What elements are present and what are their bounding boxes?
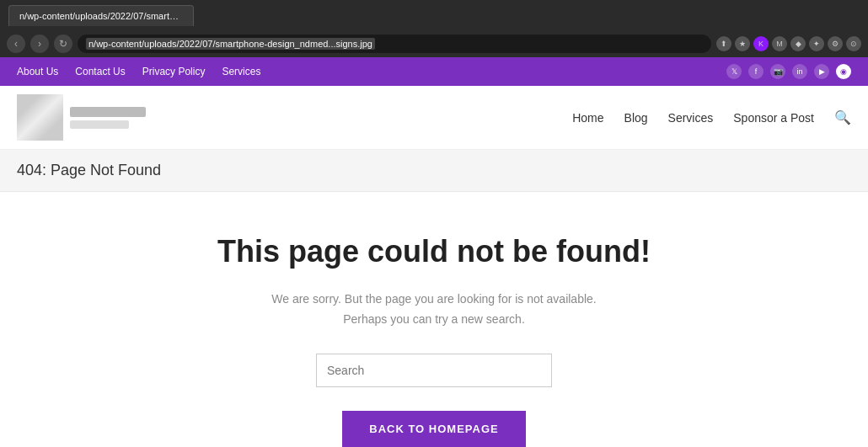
search-icon-button[interactable]: 🔍 [834,109,851,125]
nav-services[interactable]: Services [668,111,714,125]
rss-icon[interactable]: ◉ [836,64,851,79]
main-content: This page could not be found! We are sor… [0,192,868,447]
gmail-icon[interactable]: M [772,36,787,51]
top-social-icons: 𝕏 f 📷 in ▶ ◉ [726,64,851,79]
refresh-button[interactable]: ↻ [54,35,72,53]
top-nav-services[interactable]: Services [222,66,260,77]
browser-tab[interactable]: n/wp-content/uploads/2022/07/smartphone-… [8,5,194,26]
logo-image [17,94,63,141]
linkedin-icon[interactable]: in [792,64,807,79]
breadcrumb-bar: 404: Page Not Found [0,150,868,192]
ext-icon-1[interactable]: ◆ [790,36,806,51]
logo-text-line1 [70,107,146,117]
instagram-icon[interactable]: 📷 [770,64,785,79]
search-box-wrapper [17,354,851,387]
ext-icon-2[interactable]: ✦ [809,36,824,51]
error-subtext: We are sorry. But the page you are looki… [17,290,851,330]
twitter-icon[interactable]: 𝕏 [726,64,742,79]
tab-title: n/wp-content/uploads/2022/07/smartphone-… [19,11,194,21]
profile-icon-k[interactable]: K [753,36,769,51]
top-nav-bar: About Us Contact Us Privacy Policy Servi… [0,57,868,86]
top-nav-contact-us[interactable]: Contact Us [75,66,125,77]
logo-text-line2 [70,120,129,129]
bookmark-icon[interactable]: ★ [735,36,750,51]
settings-icon[interactable]: ⚙ [828,36,843,51]
back-to-homepage-button[interactable]: BACK TO HOMEPAGE [342,411,525,447]
top-nav-about-us[interactable]: About Us [17,66,58,77]
top-nav-links: About Us Contact Us Privacy Policy Servi… [17,66,260,77]
main-header: Home Blog Services Sponsor a Post 🔍 [0,86,868,150]
address-bar[interactable]: n/wp-content/uploads/2022/07/smartphone-… [78,35,711,53]
browser-chrome: n/wp-content/uploads/2022/07/smartphone-… [0,0,868,30]
logo-area [17,94,146,141]
share-icon[interactable]: ⬆ [716,36,731,51]
error-subtext-line1: We are sorry. But the page you are looki… [17,290,851,310]
breadcrumb-title: 404: Page Not Found [17,162,851,179]
nav-home[interactable]: Home [572,111,603,125]
browser-icons: ⬆ ★ K M ◆ ✦ ⚙ ⊙ [716,36,861,51]
youtube-icon[interactable]: ▶ [814,64,829,79]
nav-blog[interactable]: Blog [624,111,648,125]
address-bar-row: ‹ › ↻ n/wp-content/uploads/2022/07/smart… [0,30,868,57]
main-nav: Home Blog Services Sponsor a Post 🔍 [572,109,851,125]
menu-icon[interactable]: ⊙ [846,36,861,51]
back-button[interactable]: ‹ [7,35,25,53]
site-logo [17,94,63,141]
url-text: n/wp-content/uploads/2022/07/smartphone-… [86,38,375,50]
nav-sponsor[interactable]: Sponsor a Post [733,111,814,125]
error-subtext-line2: Perhaps you can try a new search. [17,310,851,330]
forward-button[interactable]: › [30,35,49,53]
search-input[interactable] [316,354,552,387]
error-heading: This page could not be found! [17,234,851,269]
logo-text-area [70,107,146,129]
top-nav-privacy-policy[interactable]: Privacy Policy [142,66,206,77]
facebook-icon[interactable]: f [748,64,764,79]
